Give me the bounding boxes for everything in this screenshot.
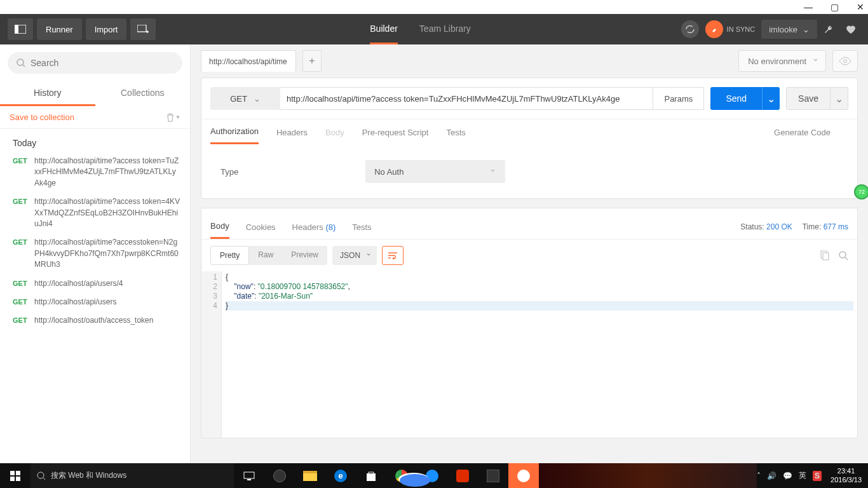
chevron-down-icon: ⌄ xyxy=(835,93,843,105)
response-cookies-tab[interactable]: Cookies xyxy=(246,216,276,238)
window-minimize[interactable]: — xyxy=(804,2,813,12)
user-dropdown[interactable]: imlooke ⌄ xyxy=(761,20,817,39)
volume-icon[interactable]: 🔊 xyxy=(767,471,776,480)
search-response-button[interactable] xyxy=(838,250,848,261)
new-window-button[interactable] xyxy=(130,18,156,40)
toggle-sidebar-button[interactable] xyxy=(8,18,33,40)
headers-tab[interactable]: Headers xyxy=(276,121,308,144)
history-item[interactable]: GEThttp://localhost/api/time?accesstoken… xyxy=(0,233,190,274)
auth-type-label: Type xyxy=(220,167,238,177)
settings-button[interactable] xyxy=(824,24,839,35)
body-language-dropdown[interactable]: JSON xyxy=(332,246,377,265)
app-icon xyxy=(456,470,469,482)
taskbar-explorer[interactable] xyxy=(295,463,325,488)
window-maximize[interactable]: ▢ xyxy=(831,2,839,12)
taskbar-app-1[interactable] xyxy=(264,463,295,488)
taskbar-postman[interactable] xyxy=(508,463,539,488)
history-item[interactable]: GEThttp://localhost/api/time?access toke… xyxy=(0,152,190,193)
url-input[interactable] xyxy=(280,87,653,110)
sync-status-icon[interactable] xyxy=(681,20,699,38)
history-url: http://localhost/api/time?access token=4… xyxy=(34,196,180,229)
header-count: (8) xyxy=(325,222,336,232)
taskbar-app-7[interactable] xyxy=(478,463,508,488)
svg-rect-19 xyxy=(244,472,254,478)
prerequest-tab[interactable]: Pre-request Script xyxy=(362,121,429,144)
taskbar-search[interactable]: 搜索 Web 和 Windows xyxy=(31,463,234,488)
svg-line-18 xyxy=(43,478,45,480)
runner-button[interactable]: Runner xyxy=(37,18,82,40)
save-options-button[interactable]: ⌄ xyxy=(831,87,848,110)
save-button[interactable]: Save xyxy=(786,87,831,110)
environment-dropdown[interactable]: No environment xyxy=(738,50,826,72)
taskbar-edge[interactable]: e xyxy=(325,463,356,488)
svg-rect-21 xyxy=(367,473,376,481)
task-view-button[interactable] xyxy=(234,463,264,488)
builder-tab[interactable]: Builder xyxy=(370,15,398,44)
params-button[interactable]: Params xyxy=(653,87,704,110)
body-tab[interactable]: Body xyxy=(325,121,344,144)
postman-logo-icon xyxy=(705,20,723,38)
response-headers-tab[interactable]: Headers (8) xyxy=(292,216,336,238)
auth-type-dropdown[interactable]: No Auth xyxy=(365,160,505,183)
start-button[interactable] xyxy=(0,463,31,488)
taskbar-app-6[interactable] xyxy=(447,463,478,488)
window-close[interactable]: ✕ xyxy=(857,2,864,12)
preview-view[interactable]: Preview xyxy=(282,246,327,265)
wrap-lines-button[interactable] xyxy=(382,246,403,265)
history-method: GET xyxy=(13,156,34,189)
raw-view[interactable]: Raw xyxy=(249,246,282,265)
heart-button[interactable] xyxy=(845,24,860,34)
history-item[interactable]: GEThttp://localhost/oauth/access_token xyxy=(0,311,190,330)
send-options-button[interactable]: ⌄ xyxy=(762,87,780,110)
svg-point-8 xyxy=(844,60,847,63)
environment-preview-button[interactable] xyxy=(832,50,858,72)
generate-code-link[interactable]: Generate Code xyxy=(774,121,831,144)
authorization-tab[interactable]: Authorization xyxy=(210,120,259,144)
taskbar-clock[interactable]: 23:41 2016/3/13 xyxy=(827,467,865,484)
taskbar-desktop xyxy=(539,463,757,488)
new-tab-button[interactable]: + xyxy=(302,50,322,72)
team-library-tab[interactable]: Team Library xyxy=(419,15,471,44)
pretty-view[interactable]: Pretty xyxy=(210,246,249,265)
ime-indicator[interactable]: 英 xyxy=(799,470,806,481)
task-view-icon xyxy=(243,471,255,480)
send-button[interactable]: Send xyxy=(710,87,762,110)
svg-rect-2 xyxy=(137,25,146,32)
history-url: http://localhost/api/users/4 xyxy=(34,278,180,289)
history-item[interactable]: GEThttp://localhost/api/users xyxy=(0,293,190,311)
method-dropdown[interactable]: GET ⌄ xyxy=(210,87,280,110)
svg-point-6 xyxy=(17,59,24,65)
svg-rect-10 xyxy=(823,253,829,260)
notification-badge[interactable]: 72 xyxy=(854,184,868,200)
response-tests-tab[interactable]: Tests xyxy=(352,216,371,238)
app-icon xyxy=(273,470,286,482)
history-method: GET xyxy=(13,237,34,270)
save-to-collection-link[interactable]: Save to collection xyxy=(10,112,74,122)
postman-icon xyxy=(517,470,530,482)
notifications-icon[interactable]: 💬 xyxy=(783,471,792,480)
time-label: Time: xyxy=(803,222,822,231)
clock-time: 23:41 xyxy=(831,467,862,475)
response-body[interactable]: { "now": "0.18009700 1457883652", "date"… xyxy=(222,271,857,438)
import-button[interactable]: Import xyxy=(86,18,127,40)
clear-history-button[interactable]: ▼ xyxy=(166,113,180,122)
collections-tab[interactable]: Collections xyxy=(95,81,191,106)
search-input[interactable] xyxy=(31,58,173,68)
history-item[interactable]: GEThttp://localhost/api/users/4 xyxy=(0,274,190,293)
response-body-tab[interactable]: Body xyxy=(210,215,229,239)
tray-expand-icon[interactable]: ˄ xyxy=(757,471,761,480)
taskbar-store[interactable] xyxy=(356,463,386,488)
history-url: http://localhost/api/users xyxy=(34,297,180,308)
taskbar-chrome[interactable] xyxy=(386,463,417,488)
method-label: GET xyxy=(230,94,247,104)
postman-glyph-icon xyxy=(709,24,719,34)
new-window-icon xyxy=(137,25,149,34)
tray-app-icon[interactable]: S xyxy=(813,471,822,481)
history-tab[interactable]: History xyxy=(0,81,95,106)
tests-tab[interactable]: Tests xyxy=(446,121,465,144)
sidebar-search[interactable] xyxy=(8,52,182,74)
request-tab[interactable]: http://localhost/api/time xyxy=(201,50,296,72)
line-gutter: 1 2 3 4 xyxy=(201,271,222,438)
copy-response-button[interactable] xyxy=(819,250,829,261)
history-item[interactable]: GEThttp://localhost/api/time?access toke… xyxy=(0,193,190,233)
